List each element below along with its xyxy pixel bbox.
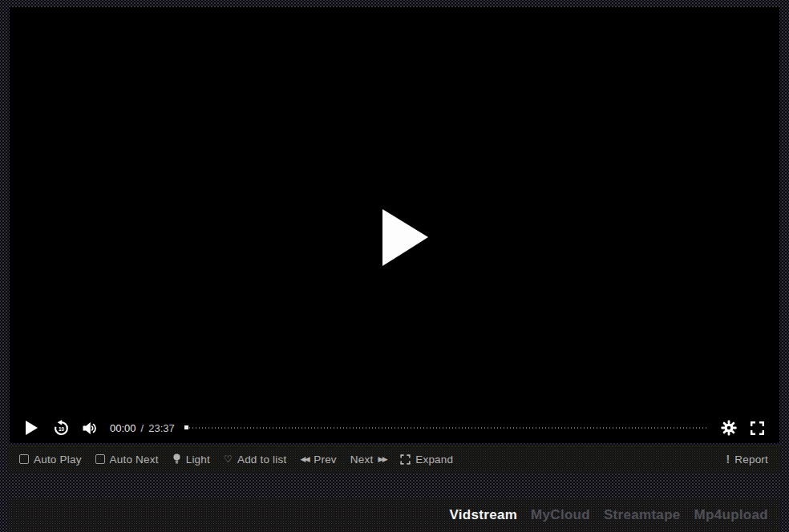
next-episode-button[interactable]: Next ▶▶ (350, 453, 386, 466)
volume-icon (82, 421, 100, 436)
auto-next-toggle[interactable]: Auto Next (95, 453, 159, 466)
expand-label: Expand (415, 453, 453, 466)
auto-play-label: Auto Play (34, 453, 82, 466)
next-label: Next (350, 453, 374, 466)
auto-next-label: Auto Next (110, 453, 159, 466)
expand-icon (400, 454, 411, 465)
next-arrows-icon: ▶▶ (378, 456, 386, 463)
duration: 23:37 (148, 422, 175, 434)
seek-bar[interactable] (184, 422, 708, 433)
expand-button[interactable]: Expand (400, 453, 453, 466)
play-button[interactable] (19, 421, 38, 435)
time-separator: / (141, 422, 144, 434)
fullscreen-button[interactable] (750, 421, 765, 436)
report-button[interactable]: ! Report (726, 453, 768, 466)
auto-play-toggle[interactable]: Auto Play (19, 453, 82, 466)
rewind-10-button[interactable]: 10 (52, 419, 71, 437)
prev-label: Prev (314, 453, 337, 466)
player-control-bar: 10 00:00 / 23:37 (10, 413, 779, 443)
light-toggle[interactable]: Light (172, 453, 210, 466)
heart-icon: ♡ (224, 454, 233, 464)
fullscreen-icon (750, 421, 765, 436)
add-to-list-label: Add to list (237, 453, 286, 466)
play-icon (26, 421, 38, 435)
prev-episode-button[interactable]: ◀◀ Prev (300, 453, 336, 466)
server-mp4upload[interactable]: Mp4upload (694, 507, 768, 523)
report-exclamation-icon: ! (726, 453, 730, 466)
add-to-list-button[interactable]: ♡ Add to list (224, 453, 286, 466)
settings-button[interactable] (721, 420, 737, 436)
prev-arrows-icon: ◀◀ (300, 456, 309, 463)
server-streamtape[interactable]: Streamtape (604, 507, 681, 523)
video-player[interactable]: 10 00:00 / 23:37 (10, 7, 779, 443)
server-vidstream[interactable]: Vidstream (449, 507, 517, 523)
time-display: 00:00 / 23:37 (110, 422, 175, 434)
auto-next-checkbox[interactable] (95, 454, 105, 464)
server-select-bar: Vidstream MyCloud Streamtape Mp4upload (8, 498, 781, 532)
volume-button[interactable] (82, 421, 100, 436)
page-background: { "player": { "current_time": "00:00", "… (0, 0, 789, 532)
report-label: Report (734, 453, 768, 466)
auto-play-checkbox[interactable] (19, 454, 29, 464)
seek-playhead[interactable] (184, 425, 188, 429)
seek-track (189, 427, 708, 429)
svg-text:10: 10 (59, 426, 65, 432)
lightbulb-icon (172, 453, 181, 465)
current-time: 00:00 (110, 422, 136, 434)
rewind-10-icon: 10 (52, 419, 71, 437)
big-play-button[interactable] (382, 209, 428, 266)
player-toolbar: Auto Play Auto Next Light ♡ Add to list … (8, 445, 781, 473)
server-mycloud[interactable]: MyCloud (531, 507, 590, 523)
gear-icon (721, 420, 737, 436)
light-label: Light (186, 453, 210, 466)
